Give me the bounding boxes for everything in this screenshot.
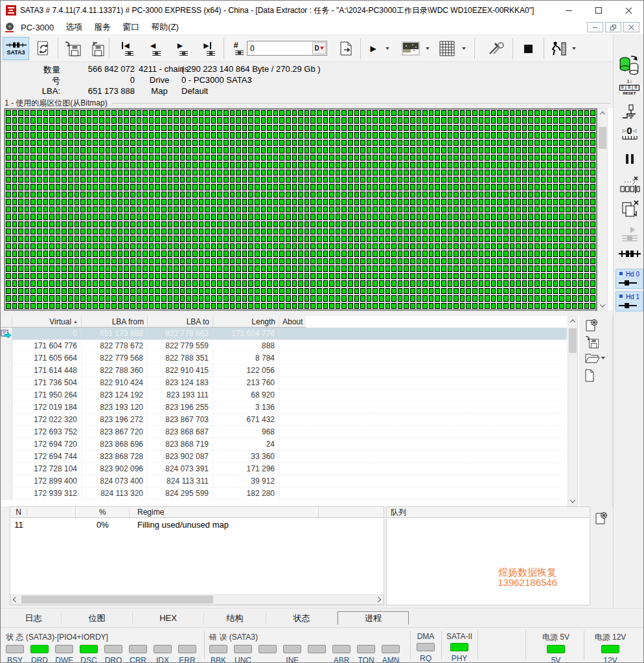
column-blank2[interactable] [319,507,384,517]
sector-block[interactable] [248,221,253,227]
sector-block[interactable] [93,110,98,116]
sector-block[interactable] [106,125,111,131]
sector-block[interactable] [422,155,428,161]
sector-block[interactable] [373,295,378,301]
sector-block[interactable] [485,140,490,146]
sector-block[interactable] [199,155,204,161]
sector-block[interactable] [6,184,11,190]
sector-block[interactable] [261,117,266,123]
sector-block[interactable] [348,221,353,227]
sector-block[interactable] [317,155,322,161]
sector-block[interactable] [547,280,552,286]
sector-block[interactable] [230,251,235,256]
sector-block[interactable] [143,140,148,146]
sector-block[interactable] [448,192,453,197]
sector-block[interactable] [230,117,235,123]
sector-block[interactable] [130,280,135,286]
sector-block[interactable] [584,303,590,309]
sector-block[interactable] [466,251,471,256]
sector-block[interactable] [547,303,552,309]
sector-block[interactable] [186,280,191,286]
sector-block[interactable] [111,229,117,234]
sector-block[interactable] [174,251,179,256]
sector-block[interactable] [491,140,496,146]
sector-block[interactable] [354,251,360,256]
sector-block[interactable] [466,258,471,264]
sector-block[interactable] [217,243,222,249]
sector-block[interactable] [93,251,98,256]
sector-block[interactable] [143,207,148,212]
sector-block[interactable] [497,265,502,271]
sector-block[interactable] [528,280,533,286]
sector-block[interactable] [305,288,310,294]
sector-block[interactable] [30,177,36,183]
sector-block[interactable] [25,110,30,116]
sector-block[interactable] [224,192,229,197]
sector-block[interactable] [80,170,86,175]
sector-block[interactable] [503,192,509,197]
sector-block[interactable] [510,162,515,168]
sector-block[interactable] [336,273,341,279]
sector-block[interactable] [454,251,459,256]
sector-block[interactable] [578,288,583,294]
column-regime[interactable]: Regime [130,507,319,517]
sector-block[interactable] [267,125,272,131]
sector-block[interactable] [448,251,453,256]
sector-block[interactable] [62,170,67,175]
sector-block[interactable] [535,273,540,279]
sector-block[interactable] [279,147,284,153]
sector-block[interactable] [516,258,521,264]
sector-block[interactable] [118,207,123,212]
sector-block[interactable] [367,265,372,271]
sector-block[interactable] [211,184,216,190]
sector-block[interactable] [143,229,148,234]
sector-block[interactable] [441,140,446,146]
sector-block[interactable] [422,117,428,123]
sector-block[interactable] [25,162,30,168]
sector-block[interactable] [541,229,546,234]
sector-block[interactable] [168,265,173,271]
sector-block[interactable] [75,117,80,123]
sector-block[interactable] [192,265,198,271]
sector-block[interactable] [248,192,253,197]
sector-block[interactable] [25,199,30,205]
sector-block[interactable] [323,184,328,190]
sector-block[interactable] [310,140,316,146]
sector-block[interactable] [422,303,428,309]
sector-block[interactable] [398,184,403,190]
sector-block[interactable] [18,295,23,301]
scroll-down-button[interactable] [568,497,577,506]
sector-block[interactable] [491,207,496,212]
sector-block[interactable] [584,184,590,190]
sector-block[interactable] [137,132,142,138]
sector-block[interactable] [310,170,316,175]
sector-block[interactable] [75,214,80,219]
sector-block[interactable] [417,229,422,234]
sector-block[interactable] [143,147,148,153]
sector-block[interactable] [553,177,558,183]
sector-block[interactable] [541,110,546,116]
sector-block[interactable] [404,117,409,123]
sector-block[interactable] [528,140,533,146]
sector-block[interactable] [584,162,590,168]
sector-block[interactable] [566,295,571,301]
sector-block[interactable] [161,258,167,264]
sector-block[interactable] [323,265,328,271]
sector-block[interactable] [99,155,104,161]
sector-block[interactable] [199,214,204,219]
sector-block[interactable] [43,221,49,227]
sector-block[interactable] [261,265,266,271]
sector-block[interactable] [341,140,347,146]
sector-block[interactable] [528,251,533,256]
sector-block[interactable] [6,273,11,279]
sector-block[interactable] [547,236,552,242]
sector-block[interactable] [124,117,129,123]
sector-block[interactable] [460,258,465,264]
sector-block[interactable] [298,117,303,123]
sector-block[interactable] [385,303,391,309]
sector-block[interactable] [535,221,540,227]
sector-block[interactable] [224,236,229,242]
zero-position-button[interactable]: ▷0◁ [614,126,644,140]
sector-block[interactable] [30,132,36,138]
sector-block[interactable] [367,221,372,227]
